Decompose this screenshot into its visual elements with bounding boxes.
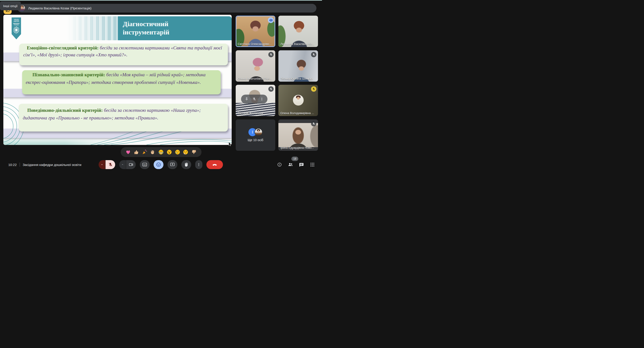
end-call-icon — [212, 162, 218, 168]
participant-name: Вікторія Желанова — [238, 112, 263, 115]
video-tile-viktoriia[interactable]: Вікторія Желанова — [236, 85, 275, 116]
participant-name: Олена Володимирівна ... — [280, 112, 314, 115]
more-options-button[interactable] — [195, 160, 202, 169]
reaction-crying-face[interactable] — [175, 149, 181, 155]
mic-control-group — [98, 160, 115, 169]
participant-name: Ірина Едуардівна Ново... — [280, 146, 314, 150]
pin-button[interactable] — [245, 97, 249, 101]
camera-icon — [128, 162, 134, 167]
camera-control-group — [119, 160, 136, 169]
smiley-icon — [156, 162, 161, 167]
present-screen-icon — [170, 162, 175, 167]
overflow-count-label: Ще 10 осіб — [248, 138, 263, 142]
mic-off-icon — [108, 162, 113, 167]
mic-mute-button[interactable] — [106, 160, 115, 169]
participant-name: Тетяна Юріївна Шинкар — [280, 77, 312, 80]
avatar-photo — [254, 128, 262, 136]
mic-off-icon — [311, 121, 316, 126]
video-tile-svitlana[interactable]: Світлана Олександрівн... — [236, 16, 275, 47]
captions-button[interactable]: CC — [140, 160, 150, 169]
reaction-thumbs-down[interactable] — [191, 149, 197, 155]
clock-time: 10:22 — [8, 163, 17, 166]
reaction-face-with-open-mouth[interactable] — [166, 149, 172, 155]
svg-text:CC: CC — [143, 164, 146, 166]
audio-level-icon — [268, 17, 274, 23]
criterion-box-behavioral: Поведінково-діяльнісний критерій: бесіда… — [19, 104, 228, 132]
tooltip: Інші опції — [0, 1, 21, 10]
info-icon — [277, 162, 282, 167]
end-call-button[interactable] — [206, 160, 223, 169]
participant-name: Олена Анатоліївна Пол... — [238, 77, 272, 80]
criterion-title: Поведінково-діяльнісний критерій: — [27, 108, 103, 113]
mic-off-icon — [311, 52, 316, 57]
camera-toggle-button[interactable] — [126, 160, 136, 169]
cc-icon: CC — [142, 162, 147, 167]
reaction-clapping-hands[interactable] — [150, 149, 156, 155]
raise-hand-icon — [184, 162, 189, 167]
presenter-name: Людмила Василівна Козак (Презентація) — [28, 6, 92, 10]
presentation-slide: Діагностичний інструментарій КИЇВСЬКИЙ С… — [3, 15, 232, 145]
panel-buttons — [277, 160, 315, 169]
mic-options-button[interactable] — [98, 160, 105, 169]
mic-off-icon — [268, 86, 274, 92]
video-tile-iryna[interactable]: Ірина Едуардівна Ново... — [278, 120, 318, 151]
divider — [20, 162, 20, 166]
present-screen-button[interactable] — [168, 160, 177, 169]
more-vertical-icon — [197, 162, 201, 166]
reaction-sparkling-heart[interactable] — [125, 149, 131, 155]
chevron-up-icon — [100, 163, 104, 166]
reaction-thinking-face[interactable] — [183, 149, 189, 155]
mic-off-icon — [268, 52, 274, 57]
meeting-status: 10:22 Засідання кафедри дошкільної освіт… — [8, 160, 82, 169]
meeting-details-button[interactable] — [277, 162, 282, 167]
reactions-bar — [121, 147, 202, 157]
chevron-up-icon — [121, 163, 124, 166]
video-tile-liudmyla[interactable]: Людмила Василівна Ко... — [278, 16, 318, 47]
meeting-title: Засідання кафедри дошкільної освіти — [23, 163, 82, 166]
video-tile-tetiana[interactable]: Тетяна Юріївна Шинкар — [278, 50, 318, 82]
participant-avatar — [293, 95, 304, 106]
raise-hand-button[interactable] — [181, 160, 191, 169]
criterion-title: Пізнавально-знаннєвий критерій: — [32, 72, 105, 78]
reaction-thumbs-up[interactable] — [134, 149, 140, 155]
mic-off-button[interactable] — [252, 97, 256, 101]
top-strip — [0, 0, 322, 1]
activities-button[interactable] — [310, 162, 315, 167]
meet-window: Інші опції Людмила Василівна Козак (През… — [0, 0, 322, 174]
participant-name: Людмила Василівна Ко... — [280, 42, 314, 46]
apps-grid-icon — [310, 162, 315, 167]
people-icon — [288, 162, 293, 167]
video-tile-overflow[interactable]: I Ще 10 осіб — [236, 120, 275, 151]
criterion-box-cognitive: Пізнавально-знаннєвий критерій: бесіда «… — [22, 70, 221, 94]
overflow-avatars: I — [248, 128, 262, 136]
chat-icon — [299, 162, 304, 167]
chat-button[interactable] — [299, 162, 304, 167]
participant-name: Світлана Олександрівн... — [238, 42, 272, 46]
video-tile-olena-v[interactable]: Олена Володимирівна ... — [278, 85, 318, 116]
video-tile-olena-a[interactable]: Олена Анатоліївна Пол... — [236, 50, 275, 82]
participants-button[interactable] — [288, 162, 293, 167]
participants-count-badge: 18 — [291, 156, 298, 161]
mouse-cursor — [228, 142, 232, 146]
presenter-banner[interactable]: Людмила Василівна Козак (Презентація) — [18, 4, 316, 12]
tile-hover-controls — [241, 94, 268, 104]
more-vertical-button[interactable] — [260, 97, 264, 101]
participant-video — [278, 123, 318, 147]
reaction-face-with-tears-of-joy[interactable] — [158, 149, 164, 155]
call-controls: CC — [98, 160, 223, 169]
mic-off-icon — [311, 86, 316, 92]
criterion-box-emotional: Емоційно-світоглядний критерій: бесіди з… — [19, 44, 228, 65]
reaction-party-popper[interactable] — [142, 149, 148, 155]
camera-options-button[interactable] — [119, 160, 126, 169]
tooltip-text: Інші опції — [3, 4, 18, 8]
criterion-title: Емоційно-світоглядний критерій: — [27, 45, 98, 50]
reactions-toggle-button[interactable] — [154, 160, 164, 169]
